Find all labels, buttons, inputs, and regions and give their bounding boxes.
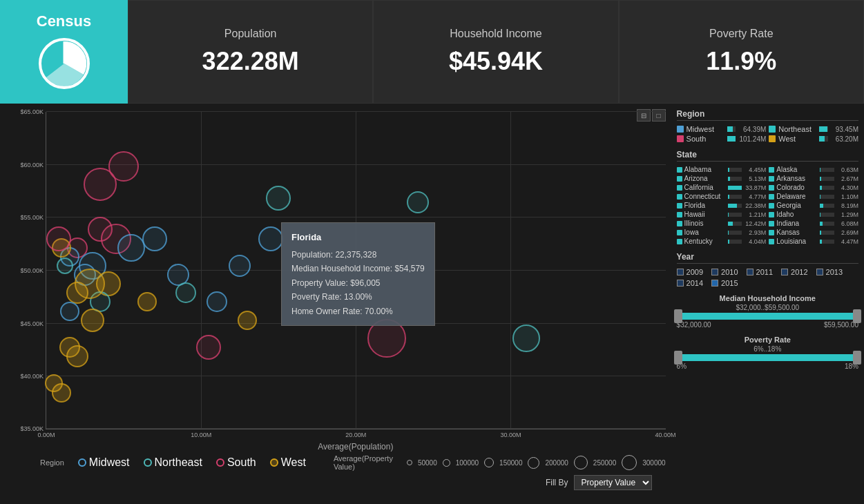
bubble-34[interactable]	[196, 335, 221, 360]
state-item-iowa[interactable]: Iowa 2.93M	[677, 229, 767, 236]
bubble-14[interactable]	[117, 234, 145, 262]
midwest-dot	[78, 458, 86, 467]
income-slider-track[interactable]	[678, 313, 857, 320]
state-item-kentucky[interactable]: Kentucky 4.04M	[677, 238, 767, 245]
fill-by-select[interactable]: Property Value	[574, 475, 652, 490]
state-name-florida: Florida	[684, 202, 726, 209]
bubble-13[interactable]	[57, 258, 73, 274]
bubble-22[interactable]	[52, 383, 71, 403]
region-name-midwest: Midwest	[687, 125, 724, 133]
size-300k	[622, 455, 637, 470]
poverty-stat: Poverty Rate 11.9%	[619, 0, 864, 104]
bubble-15[interactable]	[142, 226, 167, 251]
year-item-2012[interactable]: 2012	[781, 268, 807, 276]
region-item-south[interactable]: South 101.24M	[677, 135, 767, 143]
region-item-west[interactable]: West 63.20M	[769, 135, 858, 143]
state-item-georgia[interactable]: Georgia 8.19M	[769, 202, 858, 209]
state-item-arizona[interactable]: Arizona 5.13M	[677, 175, 767, 182]
state-bar-louisiana	[820, 240, 822, 244]
state-item-alaska[interactable]: Alaska 0.63M	[769, 166, 858, 173]
year-item-2015[interactable]: 2015	[711, 279, 738, 287]
state-color-iowa	[677, 230, 682, 235]
state-val-arkansas: 2.67M	[836, 175, 858, 182]
state-item-louisiana[interactable]: Louisiana 4.47M	[769, 238, 858, 245]
poverty-slider-left-handle[interactable]	[674, 351, 682, 365]
bubble-31[interactable]	[229, 255, 251, 277]
poverty-slider-right-handle[interactable]	[853, 351, 861, 365]
northeast-dot	[144, 458, 152, 467]
poverty-slider-section: Poverty Rate 6%..18% 6% 18%	[677, 336, 858, 370]
state-val-kansas: 2.69M	[836, 229, 858, 236]
bubble-18[interactable]	[175, 282, 196, 303]
state-item-hawaii[interactable]: Hawaii 1.21M	[677, 211, 767, 218]
year-item-2013[interactable]: 2013	[816, 268, 843, 276]
year-label-2012: 2012	[791, 268, 807, 276]
income-value: $45.94K	[449, 47, 543, 76]
bubble-30[interactable]	[258, 226, 283, 251]
state-bar-wrap-alabama	[728, 168, 742, 172]
state-name-alaska: Alaska	[776, 166, 818, 173]
bubble-27[interactable]	[512, 324, 540, 352]
year-item-2009[interactable]: 2009	[677, 268, 703, 276]
year-check-2013[interactable]	[816, 269, 823, 275]
state-val-delaware: 1.10M	[836, 193, 858, 200]
state-bar-iowa	[728, 231, 729, 235]
bubble-25[interactable]	[81, 309, 104, 332]
population-label: Population	[224, 28, 277, 40]
state-item-arkansas[interactable]: Arkansas 2.67M	[769, 175, 858, 182]
year-label-2009: 2009	[687, 268, 703, 276]
poverty-slider-track[interactable]	[678, 354, 857, 361]
bubble-20[interactable]	[84, 168, 117, 201]
state-bar-wrap-louisiana	[820, 240, 834, 244]
state-item-alabama[interactable]: Alabama 4.45M	[677, 166, 767, 173]
year-grid: 2009 2010 2011 2012 2013 2014 2015	[677, 268, 858, 287]
year-check-2010[interactable]	[711, 269, 718, 275]
state-bar-wrap-indiana	[820, 222, 834, 226]
state-item-indiana[interactable]: Indiana 6.08M	[769, 220, 858, 227]
year-check-2011[interactable]	[747, 269, 753, 275]
year-item-2011[interactable]: 2011	[747, 268, 773, 276]
year-check-2014[interactable]	[677, 280, 684, 287]
year-item-2014[interactable]: 2014	[677, 279, 703, 287]
bubble-24[interactable]	[66, 345, 88, 367]
income-label: Household Income	[450, 28, 541, 40]
poverty-value: 11.9%	[706, 47, 776, 76]
state-item-idaho[interactable]: Idaho 1.29M	[769, 211, 858, 218]
state-item-colorado[interactable]: Colorado 4.30M	[769, 184, 858, 191]
year-item-2010[interactable]: 2010	[711, 268, 738, 276]
bubble-32[interactable]	[207, 291, 227, 312]
year-check-2015[interactable]	[711, 280, 718, 287]
state-item-kansas[interactable]: Kansas 2.69M	[769, 229, 858, 236]
bubble-10[interactable]	[60, 302, 79, 321]
legend-south: South	[216, 456, 256, 469]
state-item-connecticut[interactable]: Connecticut 4.77M	[677, 193, 767, 200]
poverty-slider-title: Poverty Rate	[677, 336, 858, 344]
state-item-california[interactable]: California 33.87M	[677, 184, 767, 191]
bubble-29[interactable]	[407, 191, 429, 213]
bubble-17[interactable]	[137, 292, 157, 311]
x-tick-2: 20.00M	[345, 432, 366, 438]
state-val-colorado: 4.30M	[836, 184, 858, 191]
state-val-california: 33.87M	[744, 184, 766, 191]
income-slider-left-handle[interactable]	[674, 309, 682, 323]
income-slider-right-handle[interactable]	[853, 309, 861, 323]
region-item-midwest[interactable]: Midwest 64.39M	[677, 125, 767, 133]
year-section-title: Year	[677, 252, 858, 264]
state-val-idaho: 1.29M	[836, 211, 858, 218]
region-bar-wrap-west	[819, 136, 828, 142]
state-color-alabama	[677, 167, 682, 173]
bubble-11[interactable]	[75, 269, 105, 299]
state-item-florida[interactable]: Florida 22.38M	[677, 202, 767, 209]
year-check-2012[interactable]	[781, 269, 788, 275]
bubble-28[interactable]	[266, 186, 291, 211]
west-label: West	[281, 456, 306, 469]
year-check-2009[interactable]	[677, 269, 684, 275]
state-item-illinois[interactable]: Illinois 12.42M	[677, 220, 767, 227]
bubble-33[interactable]	[238, 311, 257, 330]
state-val-connecticut: 4.77M	[744, 193, 766, 200]
state-color-alaska	[769, 167, 774, 173]
bubble-12[interactable]	[46, 226, 71, 251]
legend-midwest: Midwest	[78, 456, 130, 469]
state-item-delaware[interactable]: Delaware 1.10M	[769, 193, 858, 200]
region-item-northeast[interactable]: Northeast 93.45M	[769, 125, 858, 133]
